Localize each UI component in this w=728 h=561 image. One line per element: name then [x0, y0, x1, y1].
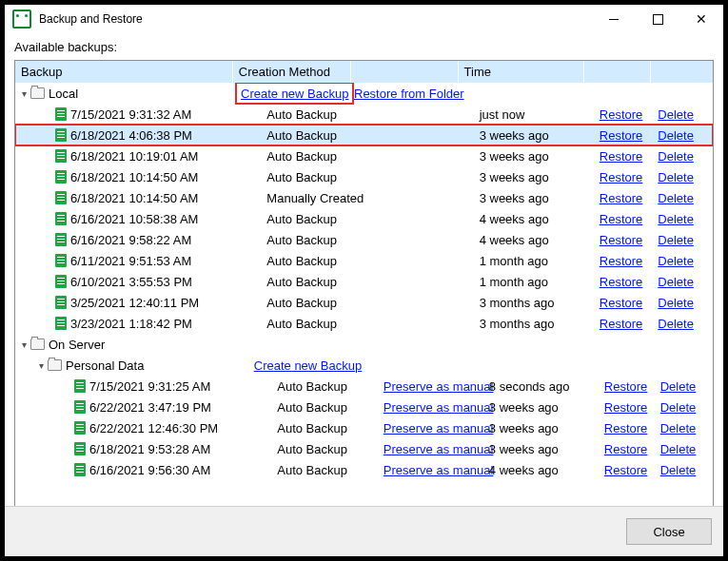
- backup-row[interactable]: 6/11/2021 9:51:53 AMAuto Backup1 month a…: [15, 250, 713, 271]
- delete-link[interactable]: Delete: [658, 191, 694, 205]
- backup-timestamp: 7/15/2021 9:31:32 AM: [70, 107, 191, 122]
- restore-link[interactable]: Restore: [600, 275, 643, 289]
- backup-time: 3 weeks ago: [476, 149, 596, 164]
- backup-time: 4 weeks ago: [485, 463, 600, 477]
- backup-row[interactable]: 6/18/2021 10:19:01 AMAuto Backup3 weeks …: [15, 145, 713, 166]
- header-preserve[interactable]: [351, 61, 458, 83]
- delete-link[interactable]: Delete: [660, 421, 697, 435]
- header-time[interactable]: Time: [459, 61, 584, 83]
- backup-row[interactable]: 6/16/2021 10:58:38 AMAuto Backup4 weeks …: [15, 208, 713, 229]
- restore-link[interactable]: Restore: [600, 107, 643, 122]
- folder-icon: [48, 359, 62, 371]
- grid-body[interactable]: ▾LocalCreate new BackupRestore from Fold…: [15, 83, 713, 506]
- group-server[interactable]: ▾On Server: [15, 334, 713, 355]
- delete-link[interactable]: Delete: [660, 442, 697, 456]
- preserve-link[interactable]: Preserve as manual: [384, 379, 494, 394]
- backup-timestamp: 6/18/2021 10:19:01 AM: [70, 149, 198, 164]
- restore-link[interactable]: Restore: [604, 442, 648, 456]
- backup-timestamp: 7/15/2021 9:31:25 AM: [89, 379, 210, 394]
- backup-row[interactable]: 6/18/2021 9:53:28 AMAuto BackupPreserve …: [15, 438, 713, 459]
- create-backup-link[interactable]: Create new Backup: [254, 358, 362, 373]
- preserve-link[interactable]: Preserve as manual: [384, 400, 494, 415]
- restore-link[interactable]: Restore: [600, 128, 643, 143]
- restore-link[interactable]: Restore: [604, 463, 648, 477]
- restore-link[interactable]: Restore: [600, 149, 643, 164]
- delete-link[interactable]: Delete: [658, 170, 694, 184]
- restore-link[interactable]: Restore: [604, 421, 648, 435]
- backup-row[interactable]: 6/18/2021 10:14:50 AMAuto Backup3 weeks …: [15, 166, 713, 187]
- backup-row[interactable]: 6/16/2021 9:58:22 AMAuto Backup4 weeks a…: [15, 229, 713, 250]
- group-personal-data[interactable]: ▾Personal DataCreate new Backup: [15, 355, 713, 376]
- backup-row[interactable]: 7/15/2021 9:31:32 AMAuto Backupjust nowR…: [15, 104, 713, 125]
- header-method[interactable]: Creation Method: [233, 61, 351, 83]
- restore-from-folder-link[interactable]: Restore from Folder: [354, 87, 464, 101]
- backup-time: 4 weeks ago: [476, 212, 596, 226]
- backup-row[interactable]: 3/23/2021 1:18:42 PMAuto Backup3 months …: [15, 313, 713, 334]
- backup-method: Auto Backup: [261, 212, 375, 226]
- group-local[interactable]: ▾LocalCreate new BackupRestore from Fold…: [15, 83, 713, 104]
- backup-row[interactable]: 6/10/2021 3:55:53 PMAuto Backup1 month a…: [15, 271, 713, 292]
- backup-timestamp: 6/16/2021 9:58:22 AM: [70, 233, 191, 247]
- restore-link[interactable]: Restore: [604, 379, 648, 394]
- expander-icon[interactable]: ▾: [19, 339, 29, 350]
- close-window-button[interactable]: ✕: [679, 5, 723, 33]
- close-button[interactable]: Close: [626, 518, 712, 545]
- backup-time: 3 weeks ago: [485, 442, 600, 456]
- create-backup-link[interactable]: Create new Backup: [241, 87, 348, 101]
- delete-link[interactable]: Delete: [658, 149, 694, 164]
- preserve-link[interactable]: Preserve as manual: [384, 442, 494, 456]
- backup-row[interactable]: 6/22/2021 3:47:19 PMAuto BackupPreserve …: [15, 397, 713, 417]
- expander-icon[interactable]: ▾: [19, 88, 29, 99]
- grid-header: Backup Creation Method Time: [15, 61, 713, 83]
- backup-row[interactable]: 6/18/2021 4:06:38 PMAuto Backup3 weeks a…: [15, 125, 713, 145]
- delete-link[interactable]: Delete: [658, 107, 694, 122]
- delete-link[interactable]: Delete: [658, 317, 694, 331]
- backup-method: Auto Backup: [261, 254, 375, 268]
- backup-time: 1 month ago: [476, 254, 596, 268]
- delete-link[interactable]: Delete: [658, 254, 694, 268]
- backup-file-icon: [55, 254, 67, 267]
- window-controls: ✕: [592, 5, 723, 33]
- delete-link[interactable]: Delete: [658, 275, 694, 289]
- delete-link[interactable]: Delete: [658, 212, 694, 226]
- restore-link[interactable]: Restore: [604, 400, 648, 415]
- backup-file-icon: [74, 421, 86, 435]
- backup-method: Auto Backup: [261, 128, 375, 143]
- restore-link[interactable]: Restore: [600, 212, 643, 226]
- backup-file-icon: [55, 296, 67, 309]
- backup-timestamp: 6/10/2021 3:55:53 PM: [70, 275, 192, 289]
- backup-row[interactable]: 7/15/2021 9:31:25 AMAuto BackupPreserve …: [15, 376, 713, 397]
- backup-time: 8 seconds ago: [485, 379, 600, 394]
- backup-method: Auto Backup: [261, 170, 375, 184]
- restore-link[interactable]: Restore: [600, 254, 643, 268]
- header-restore[interactable]: [584, 61, 651, 83]
- delete-link[interactable]: Delete: [658, 233, 694, 247]
- delete-link[interactable]: Delete: [660, 400, 697, 415]
- backup-file-icon: [55, 317, 67, 330]
- preserve-link[interactable]: Preserve as manual: [384, 463, 494, 477]
- delete-link[interactable]: Delete: [658, 128, 694, 143]
- restore-link[interactable]: Restore: [600, 296, 643, 310]
- titlebar: Backup and Restore ✕: [5, 5, 723, 34]
- delete-link[interactable]: Delete: [660, 379, 697, 394]
- header-delete[interactable]: [651, 61, 713, 83]
- restore-link[interactable]: Restore: [600, 233, 643, 247]
- restore-link[interactable]: Restore: [600, 170, 643, 184]
- header-backup[interactable]: Backup: [15, 61, 233, 83]
- backup-row[interactable]: 6/16/2021 9:56:30 AMAuto BackupPreserve …: [15, 459, 713, 480]
- delete-link[interactable]: Delete: [660, 463, 697, 477]
- backup-row[interactable]: 3/25/2021 12:40:11 PMAuto Backup3 months…: [15, 292, 713, 313]
- preserve-link[interactable]: Preserve as manual: [384, 421, 494, 435]
- minimize-button[interactable]: [592, 5, 636, 33]
- backup-row[interactable]: 6/18/2021 10:14:50 AMManually Created3 w…: [15, 187, 713, 208]
- backup-row[interactable]: 6/22/2021 12:46:30 PMAuto BackupPreserve…: [15, 417, 713, 438]
- restore-link[interactable]: Restore: [600, 191, 643, 205]
- restore-link[interactable]: Restore: [600, 317, 643, 331]
- expander-icon[interactable]: ▾: [36, 360, 46, 371]
- group-label: Local: [49, 87, 78, 101]
- delete-link[interactable]: Delete: [658, 296, 694, 310]
- maximize-button[interactable]: [636, 5, 679, 33]
- backup-method: Auto Backup: [261, 317, 375, 331]
- backup-timestamp: 3/25/2021 12:40:11 PM: [70, 296, 199, 310]
- backup-file-icon: [74, 400, 86, 414]
